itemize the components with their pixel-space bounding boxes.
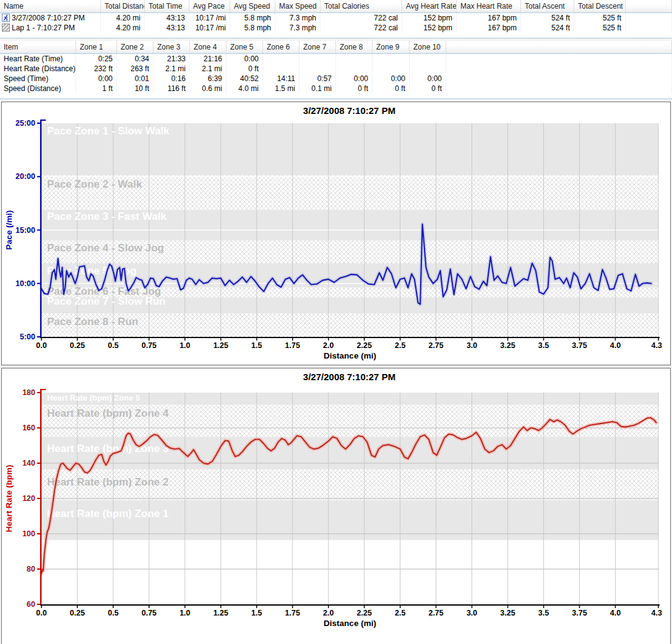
column-header-zone-10[interactable]: Zone 10 [410, 41, 446, 54]
column-header-zone-3[interactable]: Zone 3 [153, 41, 190, 54]
column-header-total-descent[interactable]: Total Descent [574, 0, 626, 13]
hr-chart-panel: 3/27/2008 7:10:27 PM Heart Rate (bpm) Zo… [1, 368, 671, 644]
column-header-total-calories[interactable]: Total Calories [321, 0, 402, 13]
x-axis-title: Distance (mi) [324, 619, 376, 628]
column-header-avg-heart-rate[interactable]: Avg Heart Rate [402, 0, 457, 13]
x-tick-label: 0.75 [142, 341, 157, 350]
zone-value-cell [373, 64, 410, 74]
x-tick-label: 2.75 [428, 341, 443, 350]
zone-item-cell: Heart Rate (Distance) [0, 64, 76, 74]
column-header-name[interactable]: Name [0, 0, 101, 13]
zone-value-cell: 4.0 mi [226, 84, 263, 94]
column-header-zone-6[interactable]: Zone 6 [263, 41, 299, 54]
x-tick-label: 2.5 [395, 341, 405, 350]
filler-cell [626, 13, 672, 24]
zone-label: Pace Zone 3 - Fast Walk [47, 211, 167, 222]
zone-metric-row[interactable]: Heart Rate (Distance)232 ft263 ft2.1 mi2… [0, 64, 672, 74]
zone-metric-row[interactable]: Speed (Distance)1 ft10 ft116 ft0.6 mi4.0… [0, 84, 672, 94]
zone-value-cell: 21:33 [153, 54, 190, 64]
x-axis-title: Distance (mi) [324, 351, 376, 360]
value-cell: 152 bpm [402, 23, 457, 33]
activity-row[interactable]: Lap 1 - 7:10:27 PM4.20 mi43:1310:17 /mi5… [0, 23, 672, 33]
y-tick-label: 15:00 [15, 226, 35, 235]
column-header-item[interactable]: Item [0, 41, 76, 54]
zone-value-cell: 6:39 [190, 74, 226, 84]
x-tick-label: 1.5 [251, 609, 262, 617]
zone-value-cell: 21:16 [190, 54, 226, 64]
column-header-filler [446, 41, 672, 54]
value-cell: 167 bpm [457, 23, 521, 33]
lap-icon [2, 24, 10, 32]
column-header-zone-1[interactable]: Zone 1 [76, 41, 117, 54]
filler-cell [446, 84, 672, 94]
activity-name-cell[interactable]: Lap 1 - 7:10:27 PM [0, 23, 101, 33]
column-header-zone-8[interactable]: Zone 8 [336, 41, 373, 54]
activity-row[interactable]: 3/27/2008 7:10:27 PM4.20 mi43:1310:17 /m… [0, 13, 672, 24]
column-header-zone-2[interactable]: Zone 2 [117, 41, 153, 54]
value-cell: 524 ft [521, 23, 574, 33]
zone-value-cell: 0.1 mi [299, 84, 336, 94]
column-header-total-ascent[interactable]: Total Ascent [521, 0, 574, 13]
x-tick-label: 2.0 [323, 609, 334, 617]
x-tick-label: 1.5 [251, 341, 262, 350]
zone-value-cell: 2.1 mi [153, 64, 190, 74]
column-header-avg-pace[interactable]: Avg Pace [189, 0, 230, 13]
y-axis-title: Heart Rate (bpm) [4, 465, 14, 533]
x-tick-label: 0.75 [142, 609, 157, 617]
y-tick-label: 140 [22, 459, 35, 468]
column-header-max-speed[interactable]: Max Speed [275, 0, 321, 13]
hr-chart-title: 3/27/2008 7:10:27 PM [41, 372, 657, 382]
column-header-zone-4[interactable]: Zone 4 [190, 41, 226, 54]
zone-label: Heart Rate (bpm) Zone 4 [47, 407, 169, 419]
zone-metric-row[interactable]: Speed (Time)0:000:010:166:3940:5214:110:… [0, 74, 672, 84]
zone-metric-row[interactable]: Heart Rate (Time)0:250:3421:3321:160:00 [0, 54, 672, 64]
column-header-total-distance[interactable]: Total Distance [101, 0, 145, 13]
zone-label: Pace Zone 4 - Slow Jog [47, 242, 164, 254]
x-tick-label: 3.25 [500, 609, 515, 617]
column-header-avg-speed[interactable]: Avg Speed [230, 0, 275, 13]
y-tick-label: 100 [22, 529, 35, 538]
zone-value-cell: 0 ft [336, 84, 373, 94]
y-axis-title: Pace (/mi) [4, 211, 14, 250]
x-tick-label: 0.0 [36, 609, 46, 617]
y-tick-label: 180 [22, 388, 35, 397]
y-tick-label: 5:00 [20, 333, 35, 341]
pace-chart-panel: 3/27/2008 7:10:27 PM Pace Zone 1 - Slow … [1, 102, 671, 365]
zone-value-cell: 0:00 [373, 74, 410, 84]
zone-value-cell [263, 54, 299, 64]
zone-item-cell: Speed (Distance) [0, 84, 76, 94]
value-cell: 43:13 [145, 13, 189, 24]
value-cell: 722 cal [321, 13, 402, 24]
zones-table: ItemZone 1Zone 2Zone 3Zone 4Zone 5Zone 6… [0, 41, 672, 99]
value-cell: 152 bpm [402, 13, 457, 24]
pace-chart[interactable]: Pace Zone 1 - Slow WalkPace Zone 2 - Wal… [2, 102, 671, 365]
column-header-zone-7[interactable]: Zone 7 [299, 41, 336, 54]
y-tick-label: 10:00 [15, 279, 35, 288]
value-cell: 167 bpm [457, 13, 521, 24]
activity-name-cell[interactable]: 3/27/2008 7:10:27 PM [0, 13, 101, 24]
zone-value-cell: 0 ft [373, 84, 410, 94]
x-tick-label: 2.25 [357, 609, 372, 617]
zone-value-cell: 232 ft [76, 64, 117, 74]
column-header-total-time[interactable]: Total Time [145, 0, 189, 13]
zone-value-cell [410, 64, 446, 74]
hr-chart[interactable]: Heart Rate (bpm) Zone 5Heart Rate (bpm) … [2, 368, 671, 644]
filler-cell [446, 64, 672, 74]
x-tick-label: 3.5 [538, 341, 549, 350]
zone-label: Heart Rate (bpm) Zone 5 [47, 393, 140, 402]
zone-value-cell: 263 ft [117, 64, 153, 74]
column-header-zone-9[interactable]: Zone 9 [373, 41, 410, 54]
y-tick-label: 25:00 [15, 119, 35, 128]
zone-value-cell: 0:34 [117, 54, 153, 64]
x-tick-label: 0.25 [70, 609, 85, 617]
zone-label: Pace Zone 2 - Walk [47, 178, 142, 190]
zone-value-cell: 0:01 [117, 74, 153, 84]
column-header-zone-5[interactable]: Zone 5 [226, 41, 263, 54]
zone-item-cell: Heart Rate (Time) [0, 54, 76, 64]
value-cell: 10:17 /mi [189, 23, 230, 33]
x-tick-label: 2.75 [428, 609, 443, 617]
x-tick-label: 0.5 [108, 341, 118, 350]
value-cell: 4.20 mi [101, 23, 145, 33]
zone-value-cell: 0:25 [76, 54, 117, 64]
column-header-max-heart-rate[interactable]: Max Heart Rate [457, 0, 521, 13]
